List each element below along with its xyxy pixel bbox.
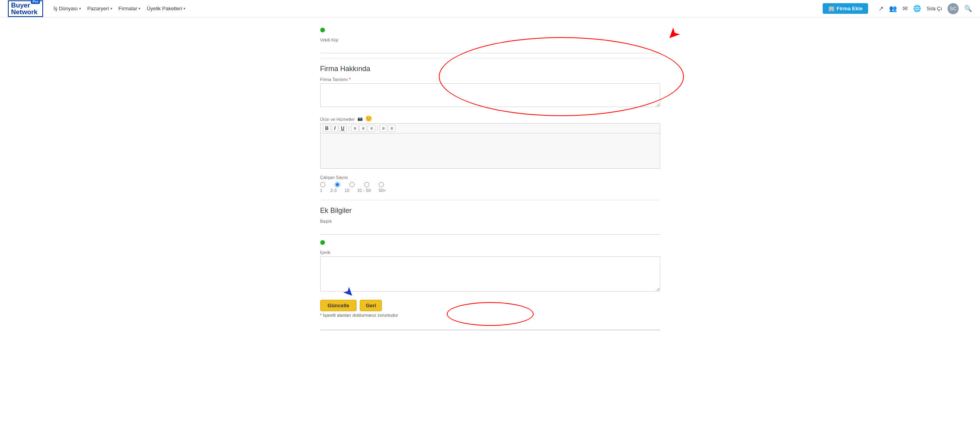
guncelle-button[interactable]: Güncelle [320, 300, 357, 311]
nav-is-dunyasi[interactable]: İş Dünyası ▾ [53, 6, 81, 11]
radio-1[interactable] [320, 182, 325, 187]
content-area: Vekili Kişi Firma Hakkında Firma Tanıtım… [312, 17, 668, 346]
ordered-list-button[interactable]: ≡ [388, 125, 395, 132]
logo[interactable]: Buyer Pro Network [8, 0, 43, 17]
nav-uyelik-paketleri[interactable]: Üyelik Paketleri ▾ [147, 6, 185, 11]
firma-ekle-button[interactable]: 🏢 Firma Ekle [823, 3, 868, 14]
green-dot-icerik-icon [320, 240, 325, 245]
chevron-down-icon: ▾ [183, 6, 185, 11]
plus-icon: 🏢 [828, 6, 835, 11]
hint-icon: 📷 [357, 116, 363, 121]
align-center-button[interactable]: ≡ [359, 125, 367, 132]
nav-pazaryeri[interactable]: Pazaryeri ▾ [87, 6, 112, 11]
firma-tanitimi-section: Firma Tanıtımı * [320, 77, 660, 108]
divider-2 [320, 200, 660, 200]
firma-tanitimi-textarea[interactable] [320, 83, 660, 107]
underline-button[interactable]: U [339, 125, 347, 132]
chevron-down-icon: ▾ [138, 6, 140, 11]
radio-31-50[interactable] [364, 182, 369, 187]
external-link-icon[interactable]: ↗ [878, 5, 884, 12]
italic-button[interactable]: I [332, 125, 338, 132]
editor-separator-1 [349, 126, 349, 131]
bottom-border [320, 329, 660, 331]
required-note: * İşaretli alanları doldurmanız zorunlud… [320, 313, 660, 318]
icerik-label: İçerik [320, 250, 660, 255]
radio-50plus[interactable] [379, 182, 384, 187]
red-arrow-top-annotation: ➤ [667, 26, 680, 43]
vekili-kisi-label: Vekili Kişi [320, 38, 660, 42]
bold-button[interactable]: B [323, 125, 331, 132]
page-wrapper: Vekili Kişi Firma Hakkında Firma Tanıtım… [0, 17, 980, 438]
radio-10[interactable] [349, 182, 355, 187]
avatar[interactable]: SC [948, 3, 959, 14]
chevron-down-icon: ▾ [79, 6, 81, 11]
baslik-section: Başlık [320, 219, 660, 235]
align-left-button[interactable]: ≡ [351, 125, 359, 132]
urun-hizmetler-section: Ürün ve Hizmetler 📷 🙂 B I U ≡ ≡ ≡ ≡ ≡ [320, 114, 660, 169]
vekili-kisi-input[interactable] [320, 44, 660, 53]
smiley-icon: 🙂 [365, 115, 372, 122]
urun-hizmetler-label: Ürün ve Hizmetler [320, 117, 355, 122]
users-icon[interactable]: 👥 [889, 5, 897, 12]
firma-tanitimi-label: Firma Tanıtımı * [320, 77, 660, 82]
calisan-sayisi-section: Çalışan Sayısı 1 [320, 175, 660, 193]
editor-toolbar: B I U ≡ ≡ ≡ ≡ ≡ [320, 123, 660, 133]
divider-1 [320, 58, 660, 58]
nav-firmalar[interactable]: Firmalar ▾ [119, 6, 141, 11]
baslik-label: Başlık [320, 219, 660, 224]
green-dot-icon [320, 28, 325, 32]
firma-hakkinda-heading: Firma Hakkında [320, 65, 660, 73]
email-icon[interactable]: ✉ [903, 5, 908, 12]
logo-buyer-text: Buyer [11, 2, 30, 9]
geri-button[interactable]: Geri [360, 300, 382, 311]
calisan-sayisi-label: Çalışan Sayısı [320, 175, 660, 180]
globe-icon[interactable]: 🌐 [913, 5, 921, 12]
icerik-section: İçerik [320, 240, 660, 293]
search-icon[interactable]: 🔍 [964, 5, 972, 12]
list-button[interactable]: ≡ [380, 125, 387, 132]
radio-group [320, 182, 660, 187]
urun-label-row: Ürün ve Hizmetler 📷 🙂 [320, 114, 660, 123]
chevron-down-icon: ▾ [110, 6, 112, 11]
logo-network-text: Network [11, 9, 38, 15]
align-right-button[interactable]: ≡ [368, 125, 375, 132]
vekili-kisi-section: Vekili Kişi [320, 28, 660, 53]
ek-bilgiler-heading: Ek Bilgiler [320, 207, 660, 215]
logo-pro-badge: Pro [31, 0, 40, 4]
icerik-textarea[interactable] [320, 256, 660, 291]
radio-options-labels: 1 2-3 10 31 - 50 50+ [320, 188, 660, 193]
navbar: Buyer Pro Network İş Dünyası ▾ Pazaryeri… [0, 0, 980, 17]
button-row: ➤ Güncelle Geri [320, 300, 660, 311]
editor-separator-2 [377, 126, 378, 131]
nav-icons: ↗ 👥 ✉ 🌐 Sıla Çı SC 🔍 [878, 3, 972, 14]
required-star: * [349, 77, 351, 82]
baslik-input[interactable] [320, 225, 660, 235]
username-label[interactable]: Sıla Çı [927, 6, 942, 11]
radio-2-3[interactable] [335, 182, 340, 187]
editor-area[interactable] [320, 133, 660, 169]
